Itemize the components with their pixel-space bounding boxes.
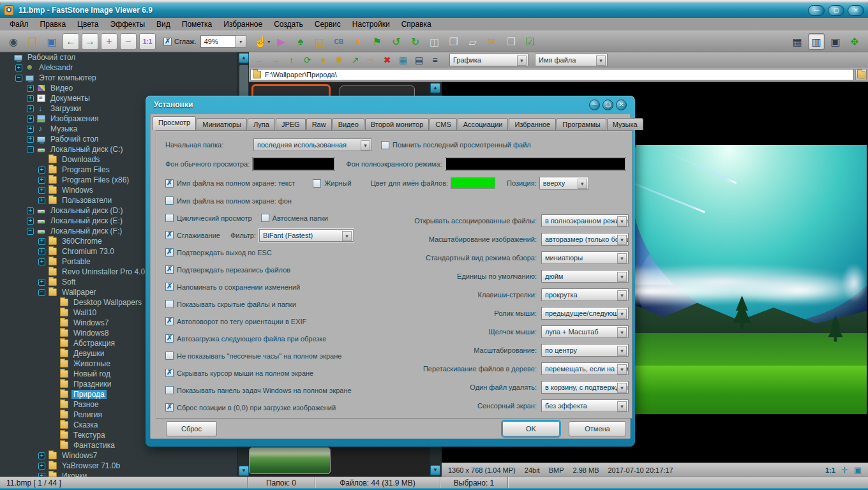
menu-effects[interactable]: Эффекты	[105, 19, 151, 30]
stamp-icon[interactable]: ⚑	[369, 33, 385, 50]
crop-icon[interactable]: ◱	[311, 33, 328, 50]
reset-position-checkbox[interactable]	[165, 403, 174, 412]
save-icon[interactable]: ▣	[43, 33, 60, 50]
tree-drag-select[interactable]: перемещать, если на том же диске	[541, 362, 629, 375]
bold-filename-checkbox[interactable]	[313, 179, 321, 188]
normal-bg-swatch[interactable]	[253, 158, 334, 170]
dialog-title-bar[interactable]: Установки — ▢ ✕	[150, 96, 631, 114]
file-filter-select[interactable]: Графика	[449, 54, 528, 66]
tree-item[interactable]: + YaBrowser 71.0b	[0, 461, 249, 471]
tree-expander[interactable]: +	[15, 64, 22, 71]
copy-to-folder-icon[interactable]: ⇨	[363, 54, 379, 66]
fullscreen-icon[interactable]: ✥	[846, 33, 863, 50]
tree-expander[interactable]: +	[27, 207, 34, 214]
tree-expander[interactable]: +	[38, 279, 45, 286]
fit-window-icon[interactable]	[841, 465, 848, 475]
tree-expander[interactable]: +	[27, 85, 34, 92]
fullscreen-filename-bg-checkbox[interactable]	[165, 197, 174, 205]
fullscreen-bg-swatch[interactable]	[445, 158, 625, 170]
tree-expander[interactable]: −	[27, 146, 34, 153]
list-view-icon[interactable]: ▤	[411, 54, 427, 66]
tab-magnifier[interactable]: Лупа	[248, 118, 275, 130]
fullscreen-preview-icon[interactable]	[854, 465, 862, 475]
title-bar[interactable]: 11.bmp - FastStone Image Viewer 6.9 — ▢ …	[0, 3, 868, 18]
browse-path-button[interactable]	[855, 69, 867, 80]
fullscreen-filename-text-checkbox[interactable]	[165, 179, 174, 188]
tree-expander[interactable]: +	[27, 95, 34, 102]
compare-images-icon[interactable]: ◫	[426, 33, 443, 50]
tab-cms[interactable]: CMS	[430, 118, 456, 130]
scroll-up-icon[interactable]: ▲	[239, 53, 249, 63]
viewer-view-icon[interactable]: ▣	[827, 33, 844, 50]
delete-icon[interactable]: ✖	[379, 54, 395, 66]
copy-image-icon[interactable]: ❐	[445, 33, 462, 50]
move-to-folder-icon[interactable]: ↗	[347, 54, 363, 66]
adjust-colors-icon[interactable]: ☀	[350, 33, 366, 50]
menu-tools[interactable]: Сервис	[309, 19, 347, 30]
dialog-close-button[interactable]: ✕	[616, 100, 627, 110]
smoothing-checkbox[interactable]	[163, 38, 172, 46]
new-folder-icon[interactable]: ✱	[331, 54, 347, 66]
tree-expander[interactable]: +	[38, 463, 45, 470]
confirm-esc-checkbox[interactable]	[165, 248, 174, 256]
restore-button[interactable]: ▢	[828, 5, 844, 16]
zoom-out-icon[interactable]: −	[120, 33, 137, 50]
up-folder-icon[interactable]: ↑	[283, 54, 299, 66]
scroll-up-icon[interactable]: ▲	[430, 83, 440, 93]
exif-autorotate-checkbox[interactable]	[165, 317, 174, 325]
tree-item[interactable]: + Видео	[0, 83, 249, 93]
actual-size-icon[interactable]: 1:1	[139, 33, 156, 50]
dialog-minimize-button[interactable]: —	[589, 100, 600, 110]
tab-favorites[interactable]: Избранное	[509, 118, 556, 130]
zoom-in-icon[interactable]: +	[101, 33, 117, 50]
tree-item[interactable]: − Этот компьютер	[0, 73, 249, 83]
menu-colors[interactable]: Цвета	[71, 19, 104, 30]
hide-cursor-checkbox[interactable]	[165, 369, 174, 377]
open-file-icon[interactable]: ❐	[24, 33, 41, 50]
cyclic-view-checkbox[interactable]	[165, 214, 174, 222]
rotate-left-icon[interactable]: ↺	[388, 33, 405, 50]
smoothing-option-checkbox[interactable]	[165, 231, 174, 239]
no-hourglass-checkbox[interactable]	[165, 352, 174, 360]
forward-icon[interactable]: →	[267, 54, 283, 66]
confirm-overwrite-checkbox[interactable]	[165, 265, 174, 274]
menu-edit[interactable]: Правка	[34, 19, 72, 30]
default-units-select[interactable]: дюйм	[541, 270, 629, 283]
tree-item[interactable]: Рабочий стол	[0, 52, 249, 63]
show-taskbar-checkbox[interactable]	[165, 386, 174, 394]
tree-expander[interactable]: +	[27, 115, 34, 122]
refresh-folder-icon[interactable]: ⟳	[299, 54, 315, 66]
remind-save-checkbox[interactable]	[165, 283, 174, 291]
filename-color-swatch[interactable]	[451, 177, 495, 189]
tab-programs[interactable]: Программы	[557, 118, 606, 130]
menu-file[interactable]: Файл	[4, 19, 34, 30]
menu-view[interactable]: Вид	[151, 19, 176, 30]
menu-favorites[interactable]: Избранное	[218, 19, 268, 30]
favorites-folder-icon[interactable]: ★	[315, 54, 331, 66]
zoom-dropdown-arrow-icon[interactable]	[236, 35, 246, 48]
tree-expander[interactable]: −	[27, 228, 34, 235]
mouse-wheel-select[interactable]: предыдущее/следующее	[541, 307, 629, 320]
touchscreen-select[interactable]: без эффекта	[541, 399, 629, 412]
tree-expander[interactable]: −	[15, 75, 22, 82]
tab-second-monitor[interactable]: Второй монитор	[365, 118, 430, 130]
tree-item[interactable]: + Aleksandr	[0, 63, 249, 73]
mouse-click-select[interactable]: лупа + Масштаб	[541, 325, 629, 338]
filename-position-select[interactable]: вверху	[539, 177, 589, 189]
tree-expander[interactable]: +	[27, 136, 34, 143]
tab-view[interactable]: Просмотр	[153, 116, 196, 130]
tree-expander[interactable]: +	[38, 167, 45, 174]
email-icon[interactable]: ✉	[484, 33, 500, 50]
path-input[interactable]: F:\Wallpaper\Природа\	[250, 69, 854, 80]
scroll-down-icon[interactable]: ▼	[239, 466, 249, 476]
tab-jpeg[interactable]: JPEG	[276, 118, 306, 130]
image-scaling-select[interactable]: авторазмер (только большие)	[541, 233, 629, 246]
thumbnails-view-icon[interactable]: ▦	[395, 54, 411, 66]
menu-create[interactable]: Создать	[268, 19, 309, 30]
zoom-level-combobox[interactable]: 49%	[200, 35, 236, 48]
tree-expander[interactable]: −	[38, 289, 45, 296]
arrow-keys-select[interactable]: прокрутка	[541, 288, 629, 301]
tree-expander[interactable]: +	[38, 187, 45, 194]
menu-settings[interactable]: Настройки	[347, 19, 396, 30]
tree-item[interactable]: + Windows7	[0, 450, 249, 461]
